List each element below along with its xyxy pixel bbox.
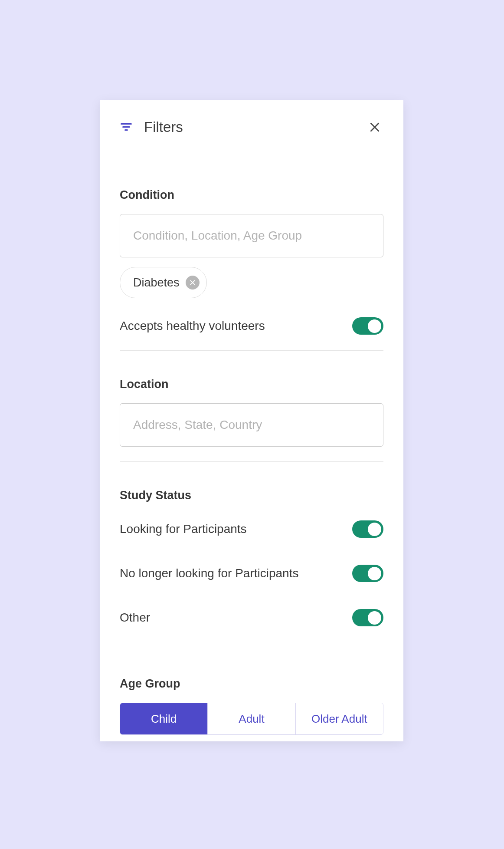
status-toggle-no-longer[interactable] <box>352 565 383 582</box>
status-row-no-longer: No longer looking for Participants <box>120 560 383 586</box>
status-row-looking: Looking for Participants <box>120 516 383 542</box>
status-label: Looking for Participants <box>120 522 247 536</box>
status-label: Other <box>120 611 150 625</box>
segment-adult[interactable]: Adult <box>208 703 295 734</box>
divider <box>120 461 383 462</box>
status-toggle-other[interactable] <box>352 609 383 626</box>
panel-body: Condition Diabetes Accepts healthy volun… <box>100 156 403 735</box>
segment-label: Adult <box>239 712 264 726</box>
study-status-rows: Looking for Participants No longer looki… <box>120 516 383 631</box>
location-input[interactable] <box>120 403 383 447</box>
healthy-volunteers-toggle[interactable] <box>352 317 383 335</box>
status-toggle-looking[interactable] <box>352 520 383 538</box>
healthy-volunteers-row: Accepts healthy volunteers <box>120 313 383 339</box>
filters-panel: Filters Condition Diabetes Accepts healt… <box>100 100 403 741</box>
study-status-title: Study Status <box>120 489 383 502</box>
segment-older-adult[interactable]: Older Adult <box>296 703 383 734</box>
condition-chips: Diabetes <box>120 267 383 298</box>
segment-child[interactable]: Child <box>120 703 208 734</box>
close-button[interactable] <box>366 118 383 136</box>
age-group-segmented: Child Adult Older Adult <box>120 703 383 735</box>
chip-diabetes[interactable]: Diabetes <box>120 267 207 298</box>
divider <box>120 350 383 351</box>
filter-icon <box>120 121 133 134</box>
divider <box>120 650 383 650</box>
close-icon <box>369 122 380 133</box>
condition-title: Condition <box>120 188 383 202</box>
segment-label: Older Adult <box>311 712 367 726</box>
healthy-volunteers-label: Accepts healthy volunteers <box>120 319 265 333</box>
chip-remove-icon[interactable] <box>186 276 200 290</box>
status-label: No longer looking for Participants <box>120 566 298 580</box>
segment-label: Child <box>151 712 177 726</box>
panel-header: Filters <box>100 100 403 156</box>
condition-input[interactable] <box>120 214 383 257</box>
chip-label: Diabetes <box>133 276 180 290</box>
age-group-title: Age Group <box>120 677 383 691</box>
panel-title: Filters <box>144 119 366 135</box>
status-row-other: Other <box>120 605 383 631</box>
location-title: Location <box>120 378 383 391</box>
